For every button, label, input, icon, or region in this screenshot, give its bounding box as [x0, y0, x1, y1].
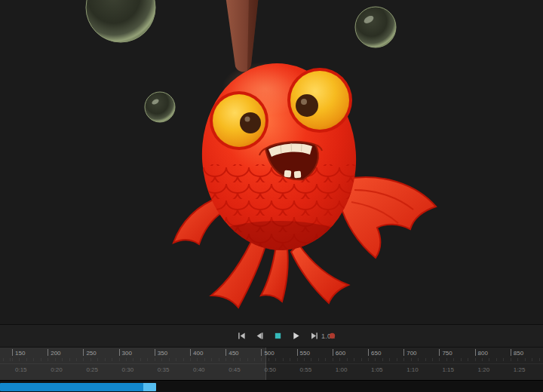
next-frame-icon — [310, 332, 318, 340]
tick-frame-label: 550 — [300, 350, 310, 357]
timeline-tick: 2500:25 — [83, 348, 116, 380]
tick-frame-label: 250 — [86, 350, 96, 357]
party-cone-hat — [225, 0, 259, 72]
play-button[interactable] — [288, 328, 305, 345]
tick-frame-label: 800 — [478, 350, 488, 357]
timeline-tick: 4000:40 — [190, 348, 223, 380]
timeline-tick: 3000:30 — [119, 348, 152, 380]
skip-start-icon — [238, 332, 246, 340]
timeline-tick: 5000:50 — [261, 348, 294, 380]
timeline-tick: 6501:05 — [368, 348, 401, 380]
tick-time-label: 0:45 — [229, 366, 241, 373]
tick-frame-label: 450 — [229, 350, 238, 357]
transport-button-group — [234, 328, 341, 345]
tick-time-label: 1:05 — [371, 366, 383, 373]
tick-time-label: 1:00 — [336, 366, 348, 373]
tick-time-label: 0:40 — [193, 366, 205, 373]
timeline-tick: 7501:15 — [439, 348, 472, 380]
tick-frame-label: 850 — [514, 350, 523, 357]
timeline-tick: 8501:25 — [511, 348, 543, 380]
tick-time-label: 0:35 — [158, 366, 170, 373]
animation-editor-window: 1.0x 1500:152000:202500:253000:303500:35… — [0, 0, 543, 392]
tick-time-label: 0:30 — [122, 366, 134, 373]
play-icon — [292, 332, 300, 340]
timeline-tick: 7001:10 — [403, 348, 437, 380]
tick-frame-label: 400 — [193, 350, 203, 357]
timeline-tick: 6001:00 — [333, 348, 366, 380]
tick-time-label: 0:25 — [86, 366, 98, 373]
tick-time-label: 0:15 — [15, 366, 27, 373]
previous-frame-button[interactable] — [252, 328, 268, 345]
record-button[interactable] — [324, 328, 341, 345]
tick-frame-label: 600 — [336, 350, 345, 357]
timeline-tick: 4500:45 — [225, 348, 259, 380]
tick-frame-label: 500 — [264, 350, 274, 357]
timeline-tick: 5500:55 — [297, 348, 330, 380]
tick-frame-label: 700 — [406, 350, 416, 357]
timeline-tick: 8001:20 — [475, 348, 508, 380]
timeline-tick: 2000:20 — [48, 348, 81, 380]
left-eye — [210, 91, 268, 150]
tick-time-label: 0:20 — [51, 366, 63, 373]
scrollbar-thumb[interactable] — [0, 383, 156, 391]
stop-icon — [274, 332, 282, 340]
right-fin — [339, 177, 436, 258]
record-icon — [328, 332, 336, 340]
timeline-tick: 1500:15 — [12, 348, 45, 380]
animation-canvas[interactable] — [0, 0, 543, 324]
tick-time-label: 1:10 — [406, 366, 419, 373]
tick-frame-label: 750 — [442, 350, 452, 357]
stop-button[interactable] — [270, 328, 287, 345]
tick-time-label: 1:25 — [514, 366, 526, 373]
stage-artwork — [0, 0, 543, 324]
timeline-tick: 3500:35 — [155, 348, 188, 380]
timeline-scrollbar[interactable] — [0, 380, 543, 392]
prev-frame-icon — [256, 332, 264, 340]
tick-frame-label: 200 — [51, 350, 60, 357]
tick-time-label: 0:50 — [264, 366, 276, 373]
tick-time-label: 1:20 — [478, 366, 490, 373]
tick-frame-label: 650 — [371, 350, 381, 357]
tick-frame-label: 350 — [158, 350, 167, 357]
timeline-ruler[interactable]: 1500:152000:202500:253000:303500:354000:… — [0, 347, 543, 380]
next-frame-button[interactable] — [306, 328, 323, 345]
tick-frame-label: 300 — [122, 350, 132, 357]
playback-controls: 1.0x — [0, 324, 543, 347]
skip-to-start-button[interactable] — [234, 328, 250, 345]
tick-frame-label: 150 — [15, 350, 25, 357]
right-eye — [287, 68, 352, 133]
tick-time-label: 1:15 — [442, 366, 454, 373]
tick-time-label: 0:55 — [300, 366, 312, 373]
